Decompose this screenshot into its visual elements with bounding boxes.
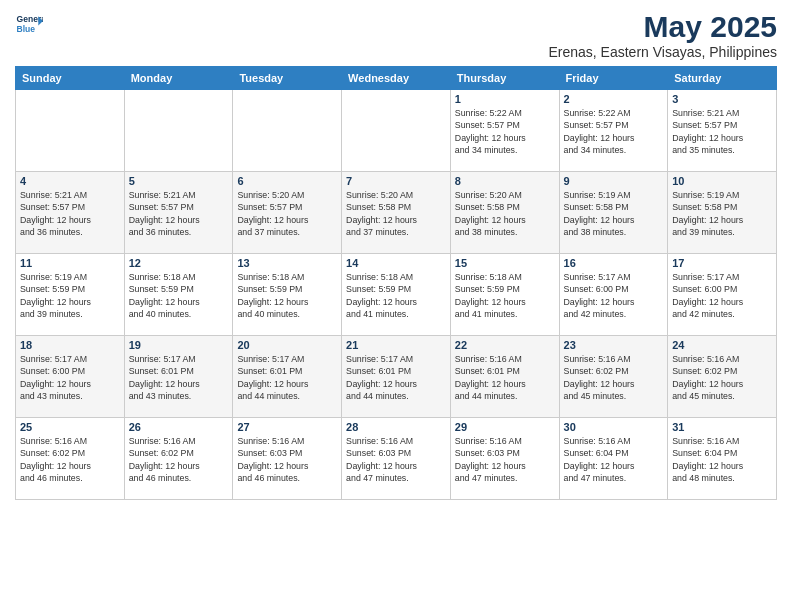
calendar-cell [342, 90, 451, 172]
day-info: Sunrise: 5:16 AM Sunset: 6:01 PM Dayligh… [455, 353, 555, 402]
day-number: 6 [237, 175, 337, 187]
day-info: Sunrise: 5:19 AM Sunset: 5:58 PM Dayligh… [564, 189, 664, 238]
day-info: Sunrise: 5:16 AM Sunset: 6:02 PM Dayligh… [564, 353, 664, 402]
day-info: Sunrise: 5:20 AM Sunset: 5:58 PM Dayligh… [346, 189, 446, 238]
logo: General Blue [15, 10, 43, 38]
day-info: Sunrise: 5:17 AM Sunset: 6:01 PM Dayligh… [129, 353, 229, 402]
day-info: Sunrise: 5:22 AM Sunset: 5:57 PM Dayligh… [564, 107, 664, 156]
page-container: General Blue May 2025 Erenas, Eastern Vi… [0, 0, 792, 612]
page-subtitle: Erenas, Eastern Visayas, Philippines [548, 44, 777, 60]
day-info: Sunrise: 5:20 AM Sunset: 5:57 PM Dayligh… [237, 189, 337, 238]
day-number: 10 [672, 175, 772, 187]
day-info: Sunrise: 5:18 AM Sunset: 5:59 PM Dayligh… [346, 271, 446, 320]
day-info: Sunrise: 5:21 AM Sunset: 5:57 PM Dayligh… [129, 189, 229, 238]
day-info: Sunrise: 5:16 AM Sunset: 6:03 PM Dayligh… [346, 435, 446, 484]
day-info: Sunrise: 5:16 AM Sunset: 6:04 PM Dayligh… [564, 435, 664, 484]
day-number: 12 [129, 257, 229, 269]
logo-icon: General Blue [15, 10, 43, 38]
calendar-cell: 9Sunrise: 5:19 AM Sunset: 5:58 PM Daylig… [559, 172, 668, 254]
calendar-cell: 29Sunrise: 5:16 AM Sunset: 6:03 PM Dayli… [450, 418, 559, 500]
day-number: 13 [237, 257, 337, 269]
calendar-cell: 12Sunrise: 5:18 AM Sunset: 5:59 PM Dayli… [124, 254, 233, 336]
calendar-cell: 19Sunrise: 5:17 AM Sunset: 6:01 PM Dayli… [124, 336, 233, 418]
day-number: 16 [564, 257, 664, 269]
day-info: Sunrise: 5:19 AM Sunset: 5:59 PM Dayligh… [20, 271, 120, 320]
calendar-table: Sunday Monday Tuesday Wednesday Thursday… [15, 66, 777, 500]
day-number: 23 [564, 339, 664, 351]
day-number: 19 [129, 339, 229, 351]
day-info: Sunrise: 5:17 AM Sunset: 6:00 PM Dayligh… [564, 271, 664, 320]
day-info: Sunrise: 5:18 AM Sunset: 5:59 PM Dayligh… [129, 271, 229, 320]
col-wednesday: Wednesday [342, 67, 451, 90]
day-number: 27 [237, 421, 337, 433]
calendar-cell: 8Sunrise: 5:20 AM Sunset: 5:58 PM Daylig… [450, 172, 559, 254]
day-number: 20 [237, 339, 337, 351]
col-monday: Monday [124, 67, 233, 90]
day-number: 4 [20, 175, 120, 187]
calendar-week-2: 4Sunrise: 5:21 AM Sunset: 5:57 PM Daylig… [16, 172, 777, 254]
calendar-cell: 20Sunrise: 5:17 AM Sunset: 6:01 PM Dayli… [233, 336, 342, 418]
day-info: Sunrise: 5:16 AM Sunset: 6:03 PM Dayligh… [455, 435, 555, 484]
day-info: Sunrise: 5:16 AM Sunset: 6:04 PM Dayligh… [672, 435, 772, 484]
calendar-cell: 22Sunrise: 5:16 AM Sunset: 6:01 PM Dayli… [450, 336, 559, 418]
day-info: Sunrise: 5:16 AM Sunset: 6:02 PM Dayligh… [129, 435, 229, 484]
calendar-cell: 7Sunrise: 5:20 AM Sunset: 5:58 PM Daylig… [342, 172, 451, 254]
day-number: 7 [346, 175, 446, 187]
calendar-cell: 11Sunrise: 5:19 AM Sunset: 5:59 PM Dayli… [16, 254, 125, 336]
svg-text:Blue: Blue [17, 24, 36, 34]
day-number: 18 [20, 339, 120, 351]
day-info: Sunrise: 5:17 AM Sunset: 6:00 PM Dayligh… [672, 271, 772, 320]
day-info: Sunrise: 5:19 AM Sunset: 5:58 PM Dayligh… [672, 189, 772, 238]
day-info: Sunrise: 5:17 AM Sunset: 6:01 PM Dayligh… [237, 353, 337, 402]
day-number: 28 [346, 421, 446, 433]
title-block: May 2025 Erenas, Eastern Visayas, Philip… [548, 10, 777, 60]
day-info: Sunrise: 5:21 AM Sunset: 5:57 PM Dayligh… [672, 107, 772, 156]
calendar-cell: 16Sunrise: 5:17 AM Sunset: 6:00 PM Dayli… [559, 254, 668, 336]
calendar-cell: 21Sunrise: 5:17 AM Sunset: 6:01 PM Dayli… [342, 336, 451, 418]
calendar-cell: 3Sunrise: 5:21 AM Sunset: 5:57 PM Daylig… [668, 90, 777, 172]
calendar-cell [124, 90, 233, 172]
day-info: Sunrise: 5:17 AM Sunset: 6:00 PM Dayligh… [20, 353, 120, 402]
calendar-body: 1Sunrise: 5:22 AM Sunset: 5:57 PM Daylig… [16, 90, 777, 500]
col-friday: Friday [559, 67, 668, 90]
day-info: Sunrise: 5:16 AM Sunset: 6:02 PM Dayligh… [20, 435, 120, 484]
day-number: 25 [20, 421, 120, 433]
day-number: 3 [672, 93, 772, 105]
calendar-cell: 5Sunrise: 5:21 AM Sunset: 5:57 PM Daylig… [124, 172, 233, 254]
day-info: Sunrise: 5:16 AM Sunset: 6:02 PM Dayligh… [672, 353, 772, 402]
day-info: Sunrise: 5:20 AM Sunset: 5:58 PM Dayligh… [455, 189, 555, 238]
col-saturday: Saturday [668, 67, 777, 90]
col-thursday: Thursday [450, 67, 559, 90]
calendar-cell: 30Sunrise: 5:16 AM Sunset: 6:04 PM Dayli… [559, 418, 668, 500]
col-tuesday: Tuesday [233, 67, 342, 90]
day-number: 1 [455, 93, 555, 105]
day-number: 2 [564, 93, 664, 105]
calendar-cell: 1Sunrise: 5:22 AM Sunset: 5:57 PM Daylig… [450, 90, 559, 172]
calendar-week-4: 18Sunrise: 5:17 AM Sunset: 6:00 PM Dayli… [16, 336, 777, 418]
day-number: 31 [672, 421, 772, 433]
day-info: Sunrise: 5:18 AM Sunset: 5:59 PM Dayligh… [455, 271, 555, 320]
day-info: Sunrise: 5:22 AM Sunset: 5:57 PM Dayligh… [455, 107, 555, 156]
day-info: Sunrise: 5:16 AM Sunset: 6:03 PM Dayligh… [237, 435, 337, 484]
calendar-cell: 31Sunrise: 5:16 AM Sunset: 6:04 PM Dayli… [668, 418, 777, 500]
calendar-week-1: 1Sunrise: 5:22 AM Sunset: 5:57 PM Daylig… [16, 90, 777, 172]
calendar-cell: 23Sunrise: 5:16 AM Sunset: 6:02 PM Dayli… [559, 336, 668, 418]
page-title: May 2025 [548, 10, 777, 44]
header-row: Sunday Monday Tuesday Wednesday Thursday… [16, 67, 777, 90]
calendar-cell: 13Sunrise: 5:18 AM Sunset: 5:59 PM Dayli… [233, 254, 342, 336]
day-number: 21 [346, 339, 446, 351]
calendar-cell: 2Sunrise: 5:22 AM Sunset: 5:57 PM Daylig… [559, 90, 668, 172]
day-number: 29 [455, 421, 555, 433]
day-info: Sunrise: 5:18 AM Sunset: 5:59 PM Dayligh… [237, 271, 337, 320]
calendar-header: Sunday Monday Tuesday Wednesday Thursday… [16, 67, 777, 90]
day-number: 24 [672, 339, 772, 351]
day-number: 17 [672, 257, 772, 269]
calendar-cell: 10Sunrise: 5:19 AM Sunset: 5:58 PM Dayli… [668, 172, 777, 254]
day-number: 30 [564, 421, 664, 433]
day-info: Sunrise: 5:17 AM Sunset: 6:01 PM Dayligh… [346, 353, 446, 402]
day-number: 8 [455, 175, 555, 187]
day-number: 15 [455, 257, 555, 269]
day-number: 26 [129, 421, 229, 433]
calendar-cell [16, 90, 125, 172]
day-number: 5 [129, 175, 229, 187]
